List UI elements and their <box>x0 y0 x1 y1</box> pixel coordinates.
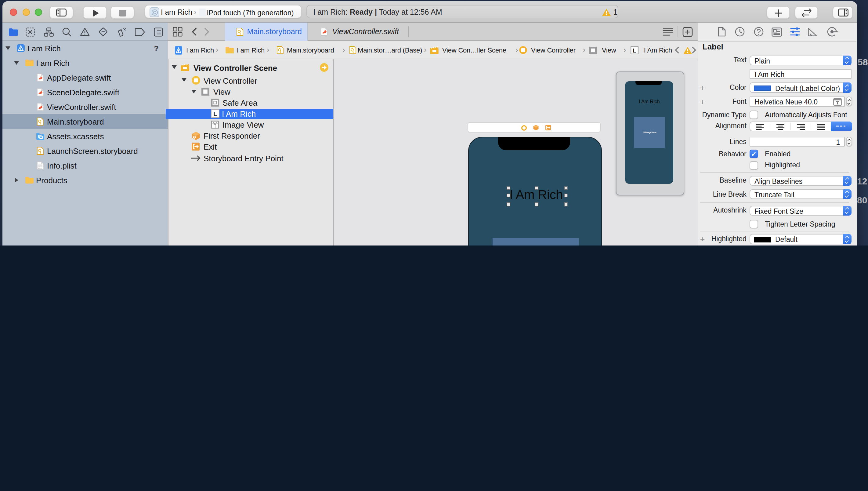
svg-text:L: L <box>633 47 637 54</box>
svg-text:T: T <box>836 101 839 106</box>
svg-text:PLIST: PLIST <box>38 168 42 170</box>
svg-text:1: 1 <box>193 135 195 139</box>
svg-text:L: L <box>213 111 217 117</box>
